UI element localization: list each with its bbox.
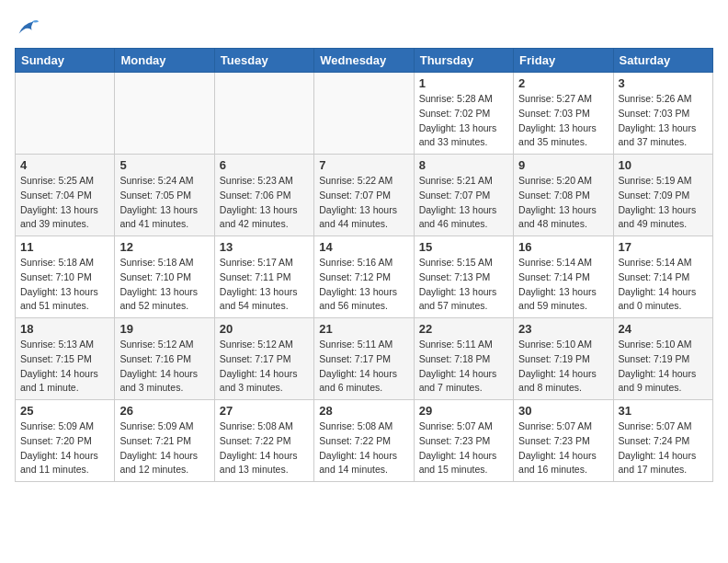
day-number: 16 (518, 240, 608, 254)
day-number: 31 (619, 404, 708, 418)
day-number: 20 (220, 322, 309, 336)
weekday-header-row: SundayMondayTuesdayWednesdayThursdayFrid… (16, 49, 713, 73)
calendar-cell (115, 73, 214, 155)
day-number: 28 (319, 404, 408, 418)
day-number: 26 (119, 404, 209, 418)
calendar-cell: 9Sunrise: 5:20 AM Sunset: 7:08 PM Daylig… (514, 155, 613, 236)
calendar-cell: 26Sunrise: 5:09 AM Sunset: 7:21 PM Dayli… (115, 400, 214, 482)
week-row-5: 25Sunrise: 5:09 AM Sunset: 7:20 PM Dayli… (16, 400, 713, 482)
calendar-cell: 27Sunrise: 5:08 AM Sunset: 7:22 PM Dayli… (214, 400, 313, 482)
calendar-cell: 24Sunrise: 5:10 AM Sunset: 7:19 PM Dayli… (613, 318, 712, 400)
calendar-cell: 25Sunrise: 5:09 AM Sunset: 7:20 PM Dayli… (16, 400, 115, 482)
day-info: Sunrise: 5:24 AM Sunset: 7:05 PM Dayligh… (119, 174, 209, 232)
calendar-cell (314, 73, 414, 155)
day-info: Sunrise: 5:07 AM Sunset: 7:24 PM Dayligh… (619, 419, 708, 477)
day-info: Sunrise: 5:14 AM Sunset: 7:14 PM Dayligh… (619, 256, 708, 314)
day-number: 15 (419, 240, 508, 254)
calendar-cell: 14Sunrise: 5:16 AM Sunset: 7:12 PM Dayli… (314, 236, 414, 318)
day-number: 4 (20, 158, 109, 172)
week-row-2: 4Sunrise: 5:25 AM Sunset: 7:04 PM Daylig… (16, 155, 713, 236)
weekday-header-wednesday: Wednesday (314, 49, 414, 73)
day-info: Sunrise: 5:18 AM Sunset: 7:10 PM Dayligh… (20, 256, 109, 314)
day-info: Sunrise: 5:21 AM Sunset: 7:07 PM Dayligh… (419, 174, 508, 232)
day-number: 24 (619, 322, 708, 336)
calendar-cell: 10Sunrise: 5:19 AM Sunset: 7:09 PM Dayli… (613, 155, 712, 236)
day-info: Sunrise: 5:23 AM Sunset: 7:06 PM Dayligh… (220, 174, 309, 232)
calendar-cell: 31Sunrise: 5:07 AM Sunset: 7:24 PM Dayli… (613, 400, 712, 482)
day-number: 30 (518, 404, 608, 418)
day-number: 27 (220, 404, 309, 418)
day-info: Sunrise: 5:22 AM Sunset: 7:07 PM Dayligh… (319, 174, 408, 232)
day-info: Sunrise: 5:17 AM Sunset: 7:11 PM Dayligh… (220, 256, 309, 314)
weekday-header-friday: Friday (514, 49, 613, 73)
week-row-4: 18Sunrise: 5:13 AM Sunset: 7:15 PM Dayli… (16, 318, 713, 400)
day-info: Sunrise: 5:08 AM Sunset: 7:22 PM Dayligh… (319, 419, 408, 477)
logo (15, 15, 44, 40)
day-info: Sunrise: 5:12 AM Sunset: 7:17 PM Dayligh… (220, 338, 309, 396)
day-info: Sunrise: 5:11 AM Sunset: 7:18 PM Dayligh… (419, 338, 508, 396)
day-number: 17 (619, 240, 708, 254)
weekday-header-thursday: Thursday (414, 49, 513, 73)
calendar-cell: 1Sunrise: 5:28 AM Sunset: 7:02 PM Daylig… (414, 73, 513, 155)
day-info: Sunrise: 5:08 AM Sunset: 7:22 PM Dayligh… (220, 419, 309, 477)
day-info: Sunrise: 5:09 AM Sunset: 7:21 PM Dayligh… (119, 419, 209, 477)
calendar-cell: 2Sunrise: 5:27 AM Sunset: 7:03 PM Daylig… (514, 73, 613, 155)
calendar-cell: 20Sunrise: 5:12 AM Sunset: 7:17 PM Dayli… (214, 318, 313, 400)
calendar-cell: 4Sunrise: 5:25 AM Sunset: 7:04 PM Daylig… (16, 155, 115, 236)
calendar-cell: 5Sunrise: 5:24 AM Sunset: 7:05 PM Daylig… (115, 155, 214, 236)
weekday-header-sunday: Sunday (16, 49, 115, 73)
week-row-1: 1Sunrise: 5:28 AM Sunset: 7:02 PM Daylig… (16, 73, 713, 155)
calendar-table: SundayMondayTuesdayWednesdayThursdayFrid… (15, 48, 713, 482)
day-info: Sunrise: 5:09 AM Sunset: 7:20 PM Dayligh… (20, 419, 109, 477)
calendar-cell: 7Sunrise: 5:22 AM Sunset: 7:07 PM Daylig… (314, 155, 414, 236)
day-info: Sunrise: 5:11 AM Sunset: 7:17 PM Dayligh… (319, 338, 408, 396)
day-number: 13 (220, 240, 309, 254)
day-info: Sunrise: 5:18 AM Sunset: 7:10 PM Dayligh… (119, 256, 209, 314)
day-info: Sunrise: 5:19 AM Sunset: 7:09 PM Dayligh… (619, 174, 708, 232)
calendar-cell: 23Sunrise: 5:10 AM Sunset: 7:19 PM Dayli… (514, 318, 613, 400)
day-info: Sunrise: 5:07 AM Sunset: 7:23 PM Dayligh… (419, 419, 508, 477)
day-number: 2 (518, 76, 608, 90)
day-number: 29 (419, 404, 508, 418)
page-header (15, 15, 713, 40)
day-info: Sunrise: 5:13 AM Sunset: 7:15 PM Dayligh… (20, 338, 109, 396)
calendar-cell: 16Sunrise: 5:14 AM Sunset: 7:14 PM Dayli… (514, 236, 613, 318)
day-number: 10 (619, 158, 708, 172)
day-number: 5 (119, 158, 209, 172)
calendar-cell: 29Sunrise: 5:07 AM Sunset: 7:23 PM Dayli… (414, 400, 513, 482)
day-number: 14 (319, 240, 408, 254)
calendar-cell: 13Sunrise: 5:17 AM Sunset: 7:11 PM Dayli… (214, 236, 313, 318)
day-number: 22 (419, 322, 508, 336)
day-info: Sunrise: 5:20 AM Sunset: 7:08 PM Dayligh… (518, 174, 608, 232)
day-info: Sunrise: 5:10 AM Sunset: 7:19 PM Dayligh… (518, 338, 608, 396)
calendar-cell (16, 73, 115, 155)
calendar-cell: 21Sunrise: 5:11 AM Sunset: 7:17 PM Dayli… (314, 318, 414, 400)
day-number: 3 (619, 76, 708, 90)
day-info: Sunrise: 5:10 AM Sunset: 7:19 PM Dayligh… (619, 338, 708, 396)
calendar-cell: 3Sunrise: 5:26 AM Sunset: 7:03 PM Daylig… (613, 73, 712, 155)
calendar-cell: 6Sunrise: 5:23 AM Sunset: 7:06 PM Daylig… (214, 155, 313, 236)
day-number: 12 (119, 240, 209, 254)
calendar-cell: 17Sunrise: 5:14 AM Sunset: 7:14 PM Dayli… (613, 236, 712, 318)
day-info: Sunrise: 5:07 AM Sunset: 7:23 PM Dayligh… (518, 419, 608, 477)
weekday-header-monday: Monday (115, 49, 214, 73)
calendar-cell: 22Sunrise: 5:11 AM Sunset: 7:18 PM Dayli… (414, 318, 513, 400)
calendar-cell: 30Sunrise: 5:07 AM Sunset: 7:23 PM Dayli… (514, 400, 613, 482)
day-info: Sunrise: 5:16 AM Sunset: 7:12 PM Dayligh… (319, 256, 408, 314)
calendar-cell: 11Sunrise: 5:18 AM Sunset: 7:10 PM Dayli… (16, 236, 115, 318)
calendar-cell: 12Sunrise: 5:18 AM Sunset: 7:10 PM Dayli… (115, 236, 214, 318)
calendar-cell (214, 73, 313, 155)
day-number: 11 (20, 240, 109, 254)
day-number: 9 (518, 158, 608, 172)
calendar-cell: 18Sunrise: 5:13 AM Sunset: 7:15 PM Dayli… (16, 318, 115, 400)
day-info: Sunrise: 5:26 AM Sunset: 7:03 PM Dayligh… (619, 92, 708, 150)
day-number: 19 (119, 322, 209, 336)
day-info: Sunrise: 5:28 AM Sunset: 7:02 PM Dayligh… (419, 92, 508, 150)
day-number: 7 (319, 158, 408, 172)
day-number: 23 (518, 322, 608, 336)
weekday-header-tuesday: Tuesday (214, 49, 313, 73)
day-info: Sunrise: 5:14 AM Sunset: 7:14 PM Dayligh… (518, 256, 608, 314)
week-row-3: 11Sunrise: 5:18 AM Sunset: 7:10 PM Dayli… (16, 236, 713, 318)
logo-bird-icon (15, 15, 40, 40)
day-info: Sunrise: 5:25 AM Sunset: 7:04 PM Dayligh… (20, 174, 109, 232)
